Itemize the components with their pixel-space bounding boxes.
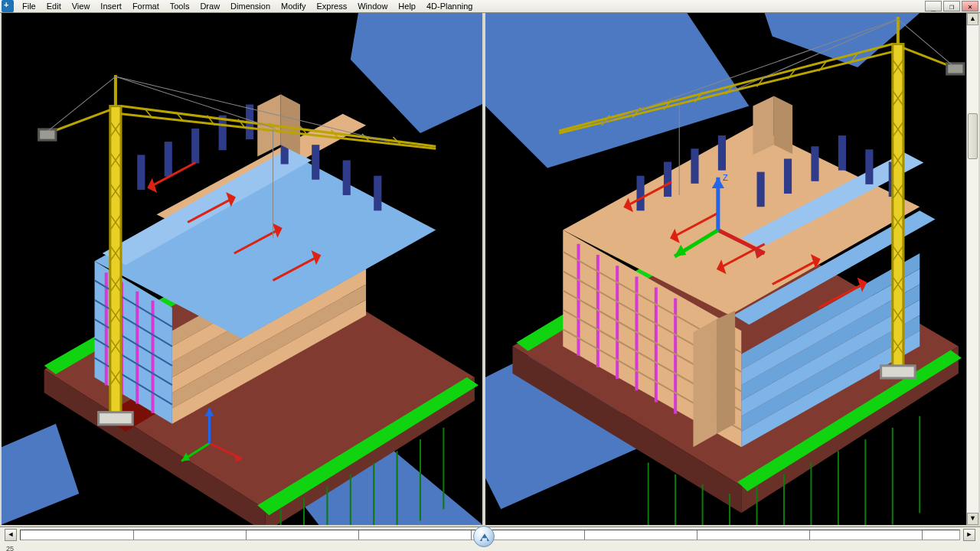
menu-modify[interactable]: Modify xyxy=(276,0,311,12)
svg-rect-141 xyxy=(784,158,792,194)
menu-tools[interactable]: Tools xyxy=(165,0,195,12)
minimize-button[interactable]: _ xyxy=(925,1,942,11)
bottom-bar: ◄ ► 25 xyxy=(0,527,980,551)
svg-marker-161 xyxy=(774,96,792,154)
svg-marker-163 xyxy=(717,311,735,434)
app-icon xyxy=(2,0,14,12)
svg-rect-149 xyxy=(718,135,726,171)
svg-marker-160 xyxy=(753,96,773,155)
svg-text:z: z xyxy=(723,171,728,183)
menu-format[interactable]: Format xyxy=(127,0,165,12)
svg-marker-0 xyxy=(351,13,482,133)
menu-help[interactable]: Help xyxy=(393,0,421,12)
svg-marker-1 xyxy=(2,424,79,525)
scroll-down-button[interactable]: ▼ xyxy=(967,513,978,525)
svg-rect-37 xyxy=(137,155,145,190)
svg-rect-142 xyxy=(811,146,818,181)
menu-edit[interactable]: Edit xyxy=(41,0,67,12)
menu-file[interactable]: File xyxy=(17,0,41,12)
svg-rect-45 xyxy=(374,176,381,211)
app-root: File Edit View Insert Format Tools Draw … xyxy=(0,0,980,551)
svg-rect-185 xyxy=(881,366,916,378)
svg-rect-198 xyxy=(947,64,964,74)
menu-draw[interactable]: Draw xyxy=(194,0,225,12)
svg-marker-55 xyxy=(281,94,300,155)
svg-rect-43 xyxy=(312,145,319,180)
menu-4d-planning[interactable]: 4D-Planning xyxy=(421,0,479,12)
svg-rect-75 xyxy=(99,412,133,425)
svg-rect-148 xyxy=(691,148,698,184)
svg-rect-147 xyxy=(664,161,671,197)
svg-rect-140 xyxy=(757,172,765,207)
menu-dimension[interactable]: Dimension xyxy=(225,0,276,12)
viewport-right[interactable]: z xyxy=(485,13,966,525)
timeline-knob[interactable] xyxy=(473,526,495,547)
vertical-scrollbar[interactable]: ▲ ▼ xyxy=(966,13,978,525)
svg-line-197 xyxy=(903,48,953,67)
timeline-row: ◄ ► xyxy=(0,527,980,543)
scroll-track[interactable] xyxy=(967,25,978,513)
menubar: File Edit View Insert Format Tools Draw … xyxy=(0,0,980,13)
close-button[interactable]: ✕ xyxy=(962,1,978,11)
scroll-up-button[interactable]: ▲ xyxy=(967,13,978,25)
timeline-step-back[interactable]: ◄ xyxy=(5,529,17,541)
scroll-thumb[interactable] xyxy=(968,113,978,159)
svg-line-87 xyxy=(48,110,110,133)
menu-express[interactable]: Express xyxy=(311,0,352,12)
svg-line-91 xyxy=(116,77,273,128)
viewport-left[interactable] xyxy=(2,13,482,525)
svg-rect-144 xyxy=(865,149,873,184)
svg-rect-44 xyxy=(343,160,351,195)
svg-marker-162 xyxy=(693,319,716,447)
scene-right: z xyxy=(485,13,966,525)
restore-button[interactable]: ❐ xyxy=(943,1,960,11)
timeline-step-fwd[interactable]: ► xyxy=(963,529,975,541)
svg-rect-38 xyxy=(165,142,172,177)
svg-rect-88 xyxy=(39,129,56,140)
svg-rect-56 xyxy=(110,106,121,416)
timeline-track[interactable] xyxy=(20,530,960,540)
svg-marker-53 xyxy=(149,181,155,191)
svg-rect-40 xyxy=(219,116,227,151)
work-area: z ▲ ▼ xyxy=(0,13,980,527)
frame-readout: 25 xyxy=(5,545,28,551)
svg-line-200 xyxy=(898,19,953,66)
menu-insert[interactable]: Insert xyxy=(95,0,127,12)
scene-left xyxy=(2,13,482,525)
svg-rect-143 xyxy=(838,135,846,171)
menu-window[interactable]: Window xyxy=(352,0,393,12)
svg-rect-146 xyxy=(637,176,645,211)
svg-rect-39 xyxy=(191,129,199,164)
svg-line-90 xyxy=(48,77,116,131)
menu-view[interactable]: View xyxy=(67,0,96,12)
